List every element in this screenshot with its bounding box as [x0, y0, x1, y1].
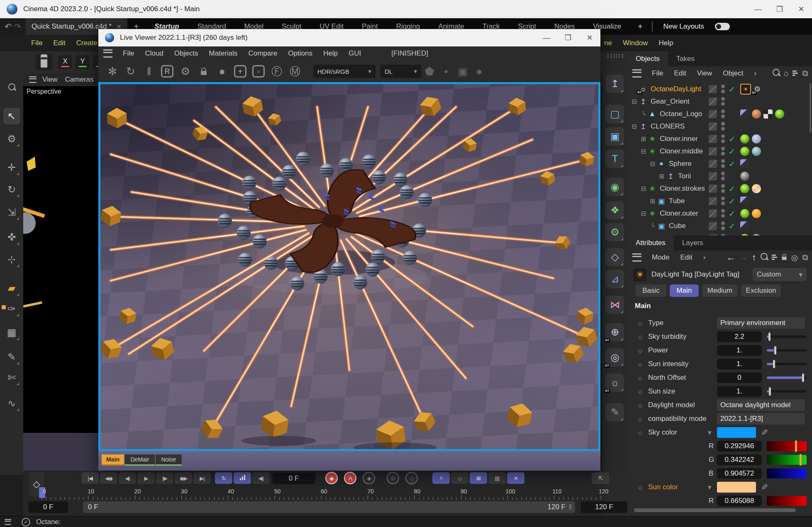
kernel-select[interactable]: DL▾: [380, 65, 421, 78]
stop-icon[interactable]: ▪: [438, 65, 454, 78]
drag-handle[interactable]: [607, 54, 623, 58]
sound-toggle[interactable]: ◀): [252, 472, 270, 484]
close-button[interactable]: ✕: [790, 2, 812, 16]
layer-toggle[interactable]: [709, 122, 717, 131]
layer-toggle[interactable]: [709, 160, 717, 168]
section-tab-main[interactable]: Main: [670, 284, 699, 297]
slider-handle[interactable]: [795, 440, 797, 452]
redo-icon[interactable]: ↷: [14, 22, 21, 32]
tag-phong[interactable]: [740, 147, 749, 156]
range-end-field[interactable]: 120 F: [581, 501, 627, 513]
visibility-dots[interactable]: [721, 109, 725, 119]
region-render-icon[interactable]: R: [161, 65, 173, 78]
key-scale-toggle[interactable]: ⊠: [470, 472, 487, 484]
palette-icon[interactable]: [36, 54, 52, 70]
left-viewport[interactable]: Perspective: [23, 86, 98, 471]
lv-menu-objects[interactable]: Objects: [169, 49, 204, 58]
lv-menu-file[interactable]: File: [117, 49, 139, 58]
expand-toggle[interactable]: ⊞: [658, 172, 666, 180]
object-name[interactable]: Sphere: [669, 160, 692, 168]
back-icon[interactable]: ←: [727, 252, 736, 263]
lv-menu-help[interactable]: Help: [318, 49, 343, 58]
next-key-button[interactable]: ◆▶: [175, 472, 192, 484]
render-settings-icon[interactable]: ⚙: [176, 65, 195, 78]
tree-row-sphere[interactable]: ⊟●Sphere✓: [627, 158, 812, 170]
object-name[interactable]: Cloner.middle: [660, 147, 703, 155]
pen-tool[interactable]: ✎: [3, 349, 20, 365]
visibility-dots[interactable]: [721, 97, 725, 106]
attributes-hscrollbar[interactable]: [634, 508, 796, 512]
tree-row-cloners[interactable]: ⊟↥CLONERS: [627, 120, 812, 133]
attr-slider[interactable]: [767, 359, 807, 369]
object-name[interactable]: Cloner.strokes: [660, 185, 705, 193]
object-name[interactable]: Torii: [678, 172, 691, 180]
channel-value-field[interactable]: 0.342242: [717, 454, 762, 465]
lv-menu-gui[interactable]: GUI: [343, 49, 366, 58]
attr-value-field[interactable]: 0: [717, 372, 762, 383]
axis-center-tool[interactable]: ⊹: [3, 251, 20, 268]
lv-close-button[interactable]: ✕: [579, 31, 600, 45]
expand-toggle[interactable]: ⊞: [649, 197, 656, 205]
object-name[interactable]: Octane_Logo: [660, 110, 702, 118]
expand-toggle[interactable]: ⊟: [640, 210, 647, 217]
menu-window[interactable]: Window: [617, 39, 653, 47]
rotate-tool[interactable]: ↻: [3, 181, 20, 198]
scale-tool[interactable]: ⇲: [3, 204, 20, 221]
motion-layers-toggle[interactable]: ▤: [488, 472, 506, 484]
channel-value-field[interactable]: 0.292946: [717, 441, 762, 452]
enabled-check-icon[interactable]: ✓: [729, 209, 735, 219]
menu-ne[interactable]: ne: [599, 39, 617, 47]
pause-render-icon[interactable]: ‖: [140, 65, 158, 78]
section-tab-exclusion[interactable]: Exclusion: [741, 284, 781, 297]
object-menu-object[interactable]: Object: [717, 69, 749, 78]
tree-row-partial[interactable]: ↥: [627, 232, 812, 236]
tag-flag[interactable]: [740, 159, 749, 168]
object-menu-file[interactable]: File: [646, 69, 668, 78]
frame-range-button[interactable]: ⇱: [592, 472, 609, 484]
layer-toggle[interactable]: [709, 110, 717, 118]
sub-render-window-icon[interactable]: ▫: [252, 65, 265, 78]
play-button[interactable]: ▶: [137, 472, 155, 484]
show-fcurves-toggle[interactable]: [234, 472, 251, 484]
preset-dropdown[interactable]: Custom ▾: [753, 268, 807, 281]
layer-toggle[interactable]: [709, 185, 717, 193]
tab-objects[interactable]: Objects: [627, 51, 668, 66]
filter-icon[interactable]: [792, 69, 798, 78]
add-render-window-icon[interactable]: +: [234, 65, 246, 78]
attr-menu-mode[interactable]: Mode: [646, 253, 675, 262]
slider-handle[interactable]: [802, 374, 804, 382]
attribute-menu-icon[interactable]: [632, 253, 641, 262]
channel-gradient-slider[interactable]: [767, 441, 807, 451]
expand-toggle[interactable]: ⊟: [640, 185, 647, 192]
object-menu-view[interactable]: View: [692, 69, 718, 78]
slider-handle[interactable]: [769, 387, 771, 396]
visibility-dots[interactable]: [721, 134, 725, 143]
tag-checker[interactable]: [763, 109, 773, 119]
render-pass-tab-demair[interactable]: DeMair: [125, 454, 155, 466]
material-picker-icon[interactable]: Ⓜ: [286, 64, 304, 79]
tree-row-octane_logo[interactable]: └▲Octane_Logo: [627, 108, 812, 120]
object-name[interactable]: Tube: [669, 197, 685, 205]
slider-handle[interactable]: [800, 454, 802, 466]
enabled-check-icon[interactable]: ✓: [729, 147, 735, 156]
tag-mat-orange2[interactable]: [752, 209, 761, 218]
move-tool[interactable]: ✛: [3, 159, 20, 176]
visibility-dots[interactable]: [721, 197, 725, 206]
goto-start-button[interactable]: |◀: [81, 472, 99, 484]
attr-value-field[interactable]: Octane daylight model: [717, 399, 805, 411]
maximize-button[interactable]: ❐: [769, 2, 790, 16]
layer-toggle[interactable]: [709, 147, 717, 155]
channel-value-field[interactable]: 0.665088: [717, 495, 762, 506]
enabled-check-icon[interactable]: ✓: [729, 184, 735, 194]
axis-button-x[interactable]: X: [58, 55, 72, 69]
selection-settings-tool[interactable]: ⚙: [3, 131, 20, 147]
lock-resolution-icon[interactable]: [195, 65, 213, 78]
keyframe-mode-button[interactable]: ⊙: [387, 472, 399, 484]
expand-toggle[interactable]: ⊟: [631, 98, 638, 105]
view-menu[interactable]: View: [42, 75, 58, 84]
knife-tool[interactable]: ✄: [3, 369, 20, 386]
attr-value-field[interactable]: 1.: [717, 386, 762, 397]
visibility-dots[interactable]: [721, 159, 725, 168]
symmetry-icon[interactable]: ⋈: [606, 296, 624, 314]
tree-row-gear_orient[interactable]: ⊟↥Gear_Orient: [627, 95, 812, 108]
